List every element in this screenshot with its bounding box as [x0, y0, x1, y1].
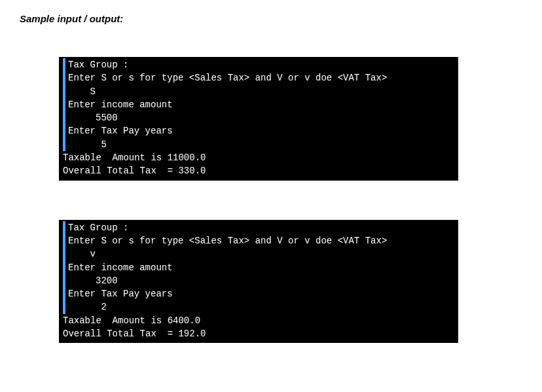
console-line: v	[68, 249, 96, 259]
console-line: 5500	[68, 113, 118, 123]
console-line: Enter S or s for type <Sales Tax> and V …	[68, 73, 387, 83]
terminal-block-2-wrap: Tax Group : Enter S or s for type <Sales…	[59, 220, 522, 344]
console-line: 2	[68, 302, 107, 312]
console-line: Taxable Amount is 11000.0	[63, 152, 206, 163]
console-line: Overall Total Tax = 192.0	[63, 329, 206, 339]
console-line: Enter S or s for type <Sales Tax> and V …	[68, 236, 387, 246]
terminal-accent: Tax Group : Enter S or s for type <Sales…	[63, 221, 454, 314]
console-line: Enter income amount	[68, 262, 173, 273]
console-line: Enter Tax Pay years	[68, 289, 173, 299]
console-line: Overall Total Tax = 330.0	[63, 166, 206, 176]
terminal-accent: Tax Group : Enter S or s for type <Sales…	[63, 58, 454, 151]
console-line: Enter Tax Pay years	[68, 126, 173, 136]
console-line: Tax Group :	[68, 60, 128, 70]
console-line: 5	[68, 139, 107, 150]
console-line: Tax Group :	[68, 223, 128, 233]
console-line: Taxable Amount is 6400.0	[63, 315, 200, 326]
console-line: S	[68, 86, 96, 97]
console-line: Enter income amount	[68, 99, 173, 110]
terminal-block-1: Tax Group : Enter S or s for type <Sales…	[59, 57, 458, 181]
terminal-block-2: Tax Group : Enter S or s for type <Sales…	[59, 220, 458, 344]
terminal-block-1-wrap: Tax Group : Enter S or s for type <Sales…	[59, 57, 522, 181]
console-line: 3200	[68, 276, 118, 286]
section-heading: Sample input / output:	[20, 13, 522, 24]
page: Sample input / output: Tax Group : Enter…	[0, 0, 542, 392]
